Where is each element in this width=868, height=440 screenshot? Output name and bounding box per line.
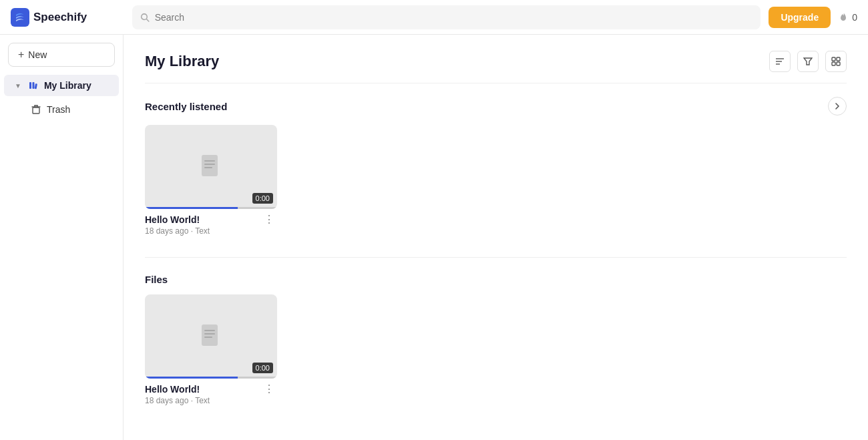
library-icon (28, 80, 39, 91)
cards-row: 0:00 Hello World! 18 days ago · Text (145, 125, 847, 236)
section-title: Recently listened (145, 101, 227, 112)
card-meta: 18 days ago · Text (145, 226, 210, 236)
card-menu-button[interactable]: ⋮ (261, 384, 277, 395)
svg-rect-19 (202, 155, 218, 176)
section-header: Files (145, 274, 847, 285)
files-section: Files 0:00 (145, 274, 847, 405)
list-item[interactable]: 0:00 Hello World! 18 days ago · Text (145, 125, 277, 236)
credits-display: 0 (839, 12, 857, 23)
svg-rect-22 (204, 167, 212, 168)
search-input[interactable] (155, 12, 753, 23)
search-bar[interactable] (132, 5, 761, 29)
card-title: Hello World! (145, 384, 210, 395)
svg-rect-20 (204, 160, 215, 162)
card-thumbnail: 0:00 (145, 125, 277, 209)
document-icon (199, 323, 223, 350)
upgrade-button[interactable]: Upgrade (769, 7, 831, 28)
svg-marker-14 (804, 58, 812, 65)
page-header: My Library (145, 51, 847, 83)
new-button-label: New (28, 49, 47, 60)
svg-rect-5 (35, 83, 37, 89)
sidebar-item-label: Trash (47, 104, 70, 115)
svg-rect-18 (837, 62, 840, 65)
svg-rect-24 (204, 330, 215, 331)
chevron-down-icon: ▼ (15, 82, 21, 89)
card-type: Text (195, 396, 210, 405)
chevron-right-icon (834, 103, 841, 109)
header-actions (769, 51, 847, 72)
new-button[interactable]: + New (8, 43, 115, 67)
card-meta: 18 days ago · Text (145, 396, 210, 405)
trash-icon (31, 104, 41, 115)
cards-row: 0:00 Hello World! 18 days ago · Text (145, 294, 847, 405)
svg-rect-17 (832, 62, 835, 65)
filter-icon (803, 57, 813, 66)
card-date: 18 days ago (145, 226, 188, 236)
sort-icon (775, 57, 785, 66)
credits-count: 0 (852, 12, 857, 23)
plus-icon: + (18, 49, 24, 61)
flame-icon (839, 12, 849, 23)
sidebar-item-trash[interactable]: Trash (4, 99, 119, 120)
card-menu-button[interactable]: ⋮ (261, 214, 277, 225)
content-area: My Library (124, 35, 868, 440)
sidebar-item-my-library[interactable]: ▼ My Library (4, 75, 119, 96)
grid-icon (831, 57, 841, 66)
filter-button[interactable] (797, 51, 819, 72)
main-layout: + New ▼ My Library Trash (0, 35, 868, 440)
duration-badge: 0:00 (252, 363, 273, 373)
section-title: Files (145, 274, 168, 285)
logo: Speechify (11, 8, 124, 27)
card-info: Hello World! 18 days ago · Text ⋮ (145, 379, 277, 405)
logo-icon (11, 8, 29, 27)
list-item[interactable]: 0:00 Hello World! 18 days ago · Text (145, 294, 277, 405)
section-next-button[interactable] (828, 97, 847, 116)
svg-rect-15 (832, 57, 835, 61)
section-divider (145, 257, 847, 258)
svg-line-2 (146, 19, 148, 21)
search-icon (140, 13, 150, 22)
svg-rect-21 (204, 164, 215, 165)
page-title: My Library (145, 53, 219, 70)
card-type: Text (195, 226, 210, 236)
svg-rect-4 (32, 82, 34, 89)
svg-rect-25 (204, 333, 215, 335)
svg-rect-23 (202, 324, 218, 346)
svg-rect-26 (204, 337, 212, 338)
card-date: 18 days ago (145, 396, 188, 405)
sort-button[interactable] (769, 51, 791, 72)
svg-rect-16 (837, 57, 840, 61)
grid-view-button[interactable] (825, 51, 847, 72)
card-thumbnail: 0:00 (145, 294, 277, 379)
section-header: Recently listened (145, 97, 847, 116)
sidebar-item-label: My Library (44, 80, 91, 91)
card-info: Hello World! 18 days ago · Text ⋮ (145, 209, 277, 236)
card-title: Hello World! (145, 214, 210, 225)
topbar: Speechify Upgrade 0 (0, 0, 868, 35)
document-icon (199, 154, 223, 180)
logo-text: Speechify (33, 11, 87, 24)
recently-listened-section: Recently listened (145, 97, 847, 236)
svg-rect-6 (33, 107, 39, 114)
sidebar: + New ▼ My Library Trash (0, 35, 124, 440)
duration-badge: 0:00 (252, 193, 273, 204)
svg-rect-3 (29, 82, 31, 89)
svg-rect-0 (11, 8, 29, 27)
